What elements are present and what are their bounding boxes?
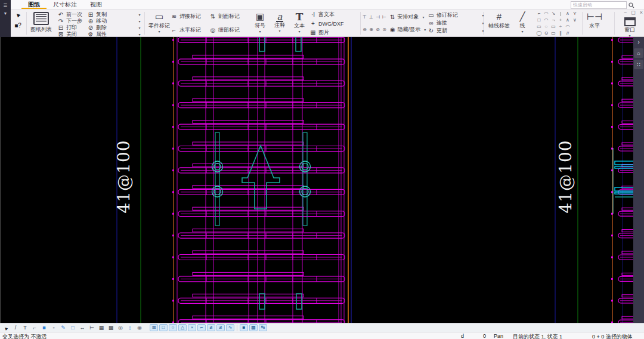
mini-tool-icon[interactable]: ⊣ (375, 14, 380, 20)
dropdown-caret-icon[interactable]: ▾ (480, 27, 486, 35)
tab-drawing[interactable]: 图纸 (21, 0, 47, 9)
snap-wave-icon[interactable]: ∿ (226, 324, 234, 331)
sketch-tool-icon[interactable]: | (557, 11, 564, 16)
horizontal-button[interactable]: ⊢⊣水平 (584, 10, 605, 37)
panel-properties-button[interactable]: ⌂ (634, 48, 643, 58)
dropdown-caret-icon[interactable]: ▾ (137, 11, 143, 18)
dropdown-caret-icon[interactable]: ▾ (278, 29, 280, 33)
app-menu-strip[interactable]: ≡ ▼ (0, 0, 11, 37)
dimension-line-icon[interactable]: ⊢ (88, 324, 96, 331)
dropdown-caret-icon[interactable]: ▾ (137, 24, 143, 31)
rectangle-tool-icon[interactable]: □ (69, 324, 77, 331)
sketch-tool-icon[interactable]: ÷ (557, 24, 564, 29)
mini-tool-icon[interactable]: ⊢ (382, 14, 387, 20)
snap-triangle-icon[interactable]: △ (178, 324, 187, 331)
grid-sparse-icon[interactable]: ▩ (107, 324, 115, 331)
snap-points-icon[interactable]: ⊠ (150, 324, 158, 331)
section-mark-button[interactable]: ⇅剖面标记 (209, 10, 240, 23)
hide-show-button[interactable]: ◉隐藏/显示 (388, 23, 420, 36)
pin-icon[interactable]: ↨ (126, 324, 134, 331)
sketch-tool-icon[interactable]: ◠ (564, 24, 571, 29)
sketch-tool-icon[interactable]: ◠ (543, 17, 550, 23)
arrange-objects-button[interactable]: ⇅安排对象 (388, 11, 419, 23)
part-mark-button[interactable]: ▭零件标记▾ (145, 10, 173, 37)
line-button[interactable]: ╱线▾ (514, 10, 531, 37)
snap-solid-icon[interactable]: ■ (240, 324, 248, 331)
rich-text-button[interactable]: ·I富文本 (309, 10, 344, 19)
sketch-tool-icon[interactable]: Y (571, 11, 578, 16)
hamburger-menu-icon[interactable]: ≡ (4, 1, 7, 9)
mini-tool-icon[interactable]: ⊘ (375, 27, 380, 32)
panel-collapse-chevron-icon[interactable]: › (633, 37, 644, 47)
pen-tool-icon[interactable]: ✎ (59, 324, 67, 331)
sketch-tool-icon[interactable]: □ (535, 17, 543, 23)
mini-tool-icon[interactable]: ⊤ (362, 14, 367, 20)
snap-extend-icon[interactable]: ↹ (259, 324, 267, 331)
mini-tool-icon[interactable]: ⊖ (362, 27, 367, 32)
level-mark-button[interactable]: ⌐水平标记 (171, 23, 201, 37)
revision-mark-button[interactable]: ▭修订标记 (428, 11, 458, 19)
sketch-tool-icon[interactable]: ◌ (543, 24, 550, 29)
close-window-button[interactable]: × (640, 10, 643, 16)
sketch-tool-icon[interactable]: ¬ (550, 17, 557, 23)
quick-launch-input[interactable] (571, 1, 627, 9)
dimension-tool-icon[interactable]: ⌐ (30, 324, 39, 331)
grid-dense-icon[interactable]: ▦ (97, 324, 106, 331)
minimize-button[interactable]: − (624, 10, 627, 16)
dropdown-caret-icon[interactable]: ▾ (259, 29, 261, 34)
detail-mark-button[interactable]: ◎细部标记 (209, 23, 240, 37)
sketch-tool-icon[interactable]: ∧ (564, 11, 571, 16)
annotation-button[interactable]: a注释▾ (271, 10, 289, 37)
sketch-tool-icon[interactable]: ▭ (535, 24, 543, 29)
sketch-tool-icon[interactable]: ▭ (550, 30, 557, 36)
dropdown-caret-icon[interactable]: ▾ (424, 27, 426, 32)
drawing-list-button[interactable]: 图纸列表 (27, 10, 55, 37)
sketch-tool-icon[interactable]: ⊙ (543, 30, 550, 36)
menu-caret-icon[interactable]: ▼ (4, 11, 8, 16)
sketch-tool-icon[interactable]: ◠ (543, 11, 550, 16)
image-button[interactable]: ▦图片 (309, 28, 344, 37)
select-tool-icon[interactable]: ► (2, 324, 10, 331)
snap-intersection-icon[interactable]: × (188, 324, 196, 331)
update-button[interactable]: ↻更新 (428, 27, 458, 35)
sketch-tool-icon[interactable]: ↘ (550, 11, 557, 16)
dropdown-caret-icon[interactable]: ▾ (422, 15, 424, 19)
dropdown-caret-icon[interactable]: ▾ (480, 11, 486, 19)
panel-components-button[interactable]: ∷ (634, 60, 643, 69)
snap-circle-icon[interactable]: ○ (169, 324, 177, 331)
mini-tool-icon[interactable]: ⊥ (369, 14, 374, 20)
snap-hatch-icon[interactable]: ▩ (249, 324, 258, 331)
sketch-tool-icon[interactable]: ⌐ (535, 11, 543, 16)
snap-zline2-icon[interactable]: Ƶ (216, 324, 225, 331)
context-help-button[interactable]: ■? (11, 20, 24, 31)
tab-view[interactable]: 视图 (83, 0, 109, 9)
snap-perpendicular-icon[interactable]: ⌐ (197, 324, 206, 331)
sketch-tool-icon[interactable]: // (564, 30, 571, 36)
link-button[interactable]: ∞连接 (428, 19, 458, 27)
sketch-tool-icon[interactable]: ∥ (557, 30, 564, 36)
color-swatch-icon[interactable]: ■ (40, 324, 48, 331)
sketch-tool-icon[interactable]: ◯ (535, 30, 543, 36)
text-tool-icon[interactable]: T (21, 324, 29, 331)
snap-zline-icon[interactable]: Ƶ (207, 324, 215, 331)
dropdown-caret-icon[interactable]: ▾ (158, 29, 160, 34)
text-button[interactable]: T文本▾ (290, 10, 308, 37)
zoom-icon[interactable]: ◎ (116, 324, 125, 331)
sketch-tool-icon[interactable]: + (557, 17, 564, 23)
dwg-dxf-button[interactable]: +DWG/DXF (309, 19, 344, 28)
drawing-canvas[interactable]: 41@10041@100 (0, 37, 644, 323)
dropdown-caret-icon[interactable]: ▾ (137, 18, 143, 24)
restore-button[interactable]: ◻ (631, 10, 635, 16)
select-cursor-button[interactable]: ► (11, 10, 24, 20)
stretch-horizontal-icon[interactable]: ↔ (78, 324, 86, 331)
dropdown-caret-icon[interactable]: ▾ (298, 29, 300, 34)
grid-label-button[interactable]: #轴线标签 (487, 10, 512, 37)
search-icon[interactable] (628, 2, 634, 8)
dropdown-caret-icon[interactable]: ▾ (480, 19, 486, 27)
symbol-button[interactable]: ▣符号▾ (251, 10, 269, 37)
swatch-small-icon[interactable]: ▫ (49, 324, 58, 331)
mini-tool-icon[interactable]: ⊙ (382, 27, 387, 32)
sketch-tool-icon[interactable]: ∧ (564, 17, 571, 23)
weld-mark-button[interactable]: ≋焊接标记 (171, 10, 201, 23)
sketch-tool-icon[interactable]: ▭ (550, 24, 557, 29)
